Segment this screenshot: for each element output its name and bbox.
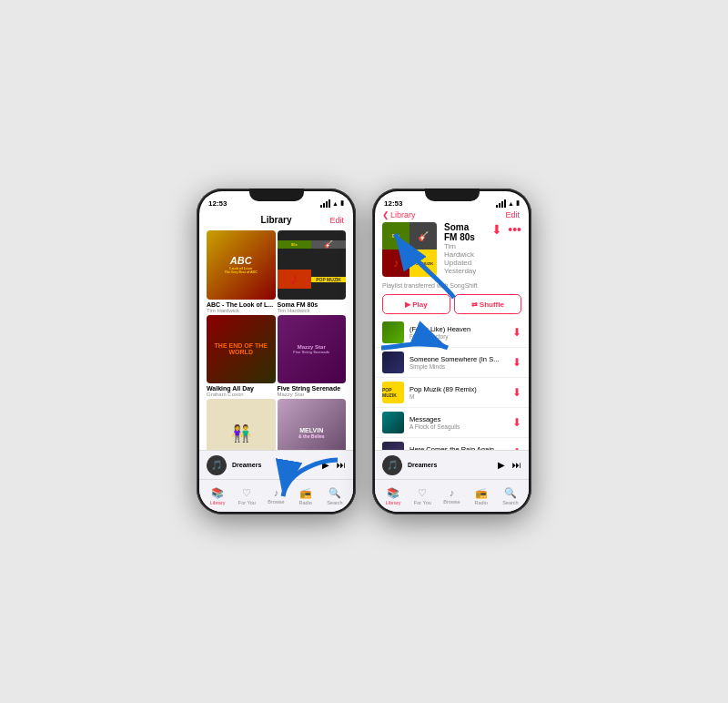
play-btn-right[interactable]: ▶ — [498, 460, 505, 470]
album-art-melvin: MELVIN & the Belles — [278, 399, 347, 450]
play-button[interactable]: ▶ Play — [382, 294, 450, 314]
nav-title-left: Library — [261, 215, 292, 225]
search-icon-right: 🔍 — [504, 487, 517, 499]
nav-edit-right[interactable]: Edit — [505, 210, 520, 219]
album-artist-abc: Tim Hardwick — [207, 308, 276, 313]
album-item-soma[interactable]: 80s 🎸 ♪ POP MUZIK Soma — [278, 230, 347, 313]
track-item-3[interactable]: POP MUZIK Pop Muzik (89 Remix) M ⬇ — [375, 378, 529, 408]
album-item-five[interactable]: Mazzy Star Five String Serenade Five Str… — [278, 315, 347, 398]
album-item-walking[interactable]: THE END OF THE WORLD Walking All Day Gra… — [207, 315, 276, 398]
tab-foryou-right[interactable]: ♡ For You — [408, 487, 437, 505]
tab-foryou-label-left: For You — [238, 500, 256, 505]
track-download-4[interactable]: ⬇ — [512, 416, 521, 429]
now-playing-title-left: Dreamers — [232, 462, 317, 468]
back-label: Library — [390, 210, 416, 219]
tab-radio-right[interactable]: 📻 Radio — [467, 487, 496, 505]
album-item-melvin[interactable]: MELVIN & the Belles MELVIN & the Belles — [278, 399, 347, 450]
tab-search-label-left: Search — [327, 500, 342, 505]
album-item-abc[interactable]: ABC Look of Love The Very Best of ABC AB… — [207, 230, 276, 313]
track-title-1: (Feels Like) Heaven — [410, 325, 507, 333]
track-item-2[interactable]: Someone Somewhere (In S... Simple Minds … — [375, 348, 529, 378]
track-info-2: Someone Somewhere (In S... Simple Minds — [410, 355, 507, 370]
library-icon-right: 📚 — [387, 487, 399, 499]
track-item-5[interactable]: Here Comes the Rain Again... Eurythmics … — [375, 438, 529, 450]
now-playing-bar-right[interactable]: 🎵 Dreamers ▶ ⏭ — [375, 450, 529, 479]
signal-bar-r3 — [501, 201, 503, 208]
album-art-solitaires: 👫 — [207, 399, 276, 450]
play-btn-left[interactable]: ▶ — [322, 460, 329, 470]
track-art-4 — [382, 412, 404, 433]
album-art-abc: ABC Look of Love The Very Best of ABC — [207, 230, 276, 300]
download-icon[interactable]: ⬇ — [491, 222, 502, 237]
track-item-4[interactable]: Messages A Flock of Seagulls ⬇ — [375, 408, 529, 438]
nav-bar-right: ❮ Library Edit — [375, 211, 529, 217]
tab-foryou-left[interactable]: ♡ For You — [232, 487, 261, 505]
playback-controls-right: ▶ ⏭ — [498, 460, 521, 470]
tab-browse-left[interactable]: ♪ Browse — [261, 487, 290, 504]
signal-bar-3 — [326, 201, 328, 208]
battery-icon: ▮ — [340, 199, 344, 207]
tab-browse-label-right: Browse — [443, 499, 460, 504]
album-art-five: Mazzy Star Five String Serenade — [278, 315, 347, 384]
status-icons-left: ▲ ▮ — [320, 199, 344, 208]
track-art-5 — [382, 442, 404, 450]
track-info-1: (Feels Like) Heaven Fiction Factory — [410, 325, 507, 340]
wifi-icon-right: ▲ — [508, 200, 514, 207]
track-list: (Feels Like) Heaven Fiction Factory ⬇ So… — [375, 318, 529, 450]
battery-icon-right: ▮ — [516, 199, 520, 207]
track-info-4: Messages A Flock of Seagulls — [410, 415, 507, 430]
next-btn-left[interactable]: ⏭ — [337, 460, 346, 470]
track-download-1[interactable]: ⬇ — [512, 326, 521, 339]
playlist-title: Soma FM 80s — [444, 222, 484, 242]
tab-library-left[interactable]: 📚 Library — [203, 487, 232, 505]
tab-search-right[interactable]: 🔍 Search — [496, 487, 525, 505]
shuffle-button[interactable]: ⇄ Shuffle — [454, 294, 522, 314]
now-playing-bar-left[interactable]: 🎵 Dreamers ▶ ⏭ — [199, 450, 353, 479]
search-icon-left: 🔍 — [329, 487, 341, 499]
time-left: 12:53 — [208, 199, 227, 208]
status-icons-right: ▲ ▮ — [496, 199, 520, 208]
album-artist-soma: Tim Hardwick — [278, 308, 347, 313]
album-title-walking: Walking All Day — [207, 385, 276, 392]
tab-library-label-left: Library — [210, 500, 226, 505]
tab-radio-left[interactable]: 📻 Radio — [291, 487, 320, 505]
playlist-art-q4: POP MUZIK — [410, 250, 437, 277]
music-note-icon: ♪ — [274, 487, 279, 498]
notch-left — [249, 188, 304, 201]
tab-bar-right: 📚 Library ♡ For You ♪ Browse 📻 Radio 🔍 — [375, 479, 529, 512]
track-art-1 — [382, 321, 404, 343]
playlist-art-q2: 🎸 — [410, 222, 437, 250]
album-art-soma: 80s 🎸 ♪ POP MUZIK — [278, 230, 347, 300]
album-artist-walking: Graham Coxon — [207, 392, 276, 397]
tab-search-left[interactable]: 🔍 Search — [320, 487, 349, 505]
track-download-2[interactable]: ⬇ — [512, 356, 521, 369]
nav-edit-left[interactable]: Edit — [329, 216, 344, 225]
tab-library-label-right: Library — [386, 500, 401, 505]
track-artist-4: A Flock of Seagulls — [410, 423, 507, 430]
tab-radio-label-right: Radio — [475, 500, 488, 505]
tab-library-right[interactable]: 📚 Library — [379, 487, 408, 505]
album-title-five: Five String Serenade — [278, 385, 347, 392]
now-playing-title-right: Dreamers — [408, 462, 492, 468]
tab-browse-right[interactable]: ♪ Browse — [437, 487, 466, 504]
album-item-solitaires[interactable]: 👫 Solitaires — [207, 399, 276, 450]
track-item-1[interactable]: (Feels Like) Heaven Fiction Factory ⬇ — [375, 318, 529, 348]
signal-bar-1 — [320, 205, 322, 208]
back-button[interactable]: ❮ Library — [382, 210, 416, 219]
track-artist-3: M — [410, 393, 507, 400]
playlist-meta: Playlist transferred with SongShift — [375, 280, 529, 290]
playlist-artist: Tim Hardwick — [444, 242, 484, 259]
more-icon[interactable]: ••• — [508, 222, 521, 237]
time-right: 12:53 — [384, 199, 402, 208]
tab-foryou-label-right: For You — [414, 500, 431, 505]
playlist-actions: ⬇ ••• — [491, 222, 521, 237]
play-shuffle-row: ▶ Play ⇄ Shuffle — [375, 290, 529, 318]
album-title-abc: ABC - The Look of L... — [207, 301, 276, 308]
track-art-3: POP MUZIK — [382, 382, 404, 403]
music-note-icon-right: ♪ — [450, 487, 455, 498]
radio-icon: 📻 — [299, 487, 312, 499]
track-download-3[interactable]: ⬇ — [512, 386, 521, 399]
right-phone: 12:53 ▲ ▮ ❮ Library — [372, 188, 531, 515]
next-btn-right[interactable]: ⏭ — [512, 460, 521, 470]
album-artist-five: Mazzy Star — [278, 392, 347, 397]
